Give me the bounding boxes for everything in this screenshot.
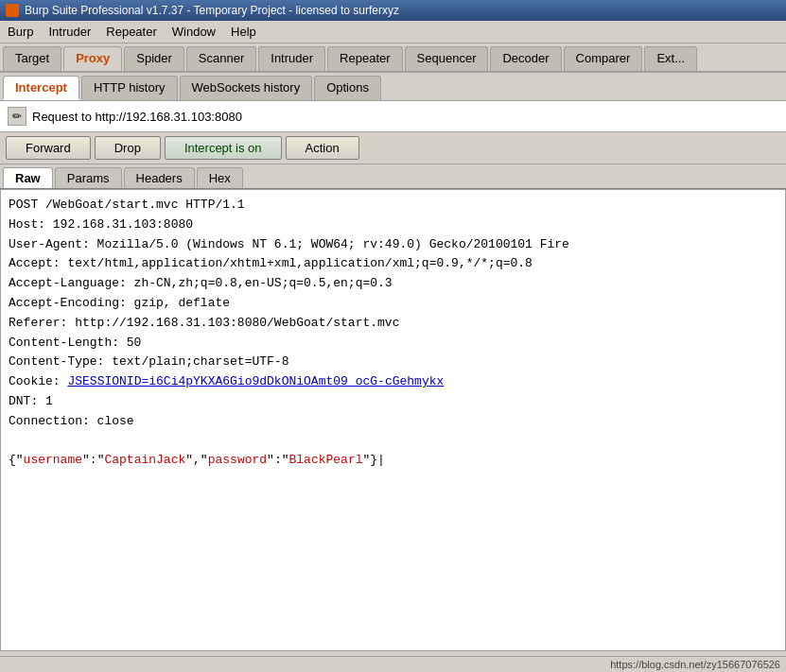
tab-sequencer[interactable]: Sequencer <box>405 46 489 71</box>
status-text: https://blog.csdn.net/zy15667076526 <box>610 659 780 670</box>
http-line-4: Accept: text/html,application/xhtml+xml,… <box>9 254 777 274</box>
forward-button[interactable]: Forward <box>6 136 91 160</box>
intercept-toggle-button[interactable]: Intercept is on <box>165 136 282 160</box>
http-line-2: Host: 192.168.31.103:8080 <box>9 215 777 235</box>
tab-spider[interactable]: Spider <box>124 46 184 71</box>
tab-proxy[interactable]: Proxy <box>63 46 122 71</box>
request-info-bar: ✏ Request to http://192.168.31.103:8080 <box>0 101 786 132</box>
tab-target[interactable]: Target <box>3 46 61 71</box>
json-val2: BlackPearl <box>289 453 363 467</box>
drop-button[interactable]: Drop <box>95 136 161 160</box>
content-tabs: Raw Params Headers Hex <box>0 164 786 189</box>
tab-ext[interactable]: Ext... <box>644 46 697 71</box>
subtab-http-history[interactable]: HTTP history <box>81 76 178 100</box>
json-val1: CaptainJack <box>104 453 185 467</box>
status-bar: https://blog.csdn.net/zy15667076526 <box>0 656 786 672</box>
http-line-8: Content-Length: 50 <box>9 334 777 353</box>
menu-repeater[interactable]: Repeater <box>98 23 164 41</box>
http-line-1: POST /WebGoat/start.mvc HTTP/1.1 <box>9 196 777 215</box>
pencil-icon: ✏ <box>8 107 26 126</box>
http-line-9: Content-Type: text/plain;charset=UTF-8 <box>9 353 777 372</box>
request-info-text: Request to http://192.168.31.103:8080 <box>32 110 242 124</box>
json-sep2: "," <box>185 453 207 467</box>
subtab-websockets-history[interactable]: WebSockets history <box>180 76 313 100</box>
json-brace-close: "}| <box>363 453 385 467</box>
http-content-area[interactable]: POST /WebGoat/start.mvc HTTP/1.1 Host: 1… <box>0 189 786 651</box>
menu-intruder[interactable]: Intruder <box>41 23 98 41</box>
action-bar: Forward Drop Intercept is on Action <box>0 132 786 164</box>
tab-scanner[interactable]: Scanner <box>186 46 256 71</box>
json-key2: password <box>208 453 267 467</box>
tab-decoder[interactable]: Decoder <box>490 46 561 71</box>
title-bar: Burp Suite Professional v1.7.37 - Tempor… <box>0 0 786 21</box>
title-text: Burp Suite Professional v1.7.37 - Tempor… <box>25 4 399 17</box>
subtab-intercept[interactable]: Intercept <box>3 76 79 100</box>
menu-bar: Burp Intruder Repeater Window Help <box>0 21 786 43</box>
cookie-prefix: Cookie: <box>9 374 67 388</box>
tab-repeater[interactable]: Repeater <box>327 46 402 71</box>
action-button[interactable]: Action <box>286 136 359 160</box>
contenttab-raw[interactable]: Raw <box>3 167 53 188</box>
menu-burp[interactable]: Burp <box>0 23 41 41</box>
cookie-link[interactable]: JSESSIONID=i6Ci4pYKXA6Gio9dDkONiOAmt09_o… <box>67 374 444 388</box>
app-icon <box>6 4 19 17</box>
json-sep1: ":" <box>82 453 104 467</box>
pencil-glyph: ✏ <box>12 110 22 123</box>
contenttab-headers[interactable]: Headers <box>124 167 195 188</box>
sub-tabs: Intercept HTTP history WebSockets histor… <box>0 73 786 101</box>
http-line-cookie: Cookie: JSESSIONID=i6Ci4pYKXA6Gio9dDkONi… <box>9 372 777 392</box>
http-line-empty <box>9 432 777 452</box>
http-line-3: User-Agent: Mozilla/5.0 (Windows NT 6.1;… <box>9 235 777 255</box>
http-line-7: Referer: http://192.168.31.103:8080/WebG… <box>9 314 777 334</box>
contenttab-params[interactable]: Params <box>55 167 122 188</box>
menu-window[interactable]: Window <box>165 23 223 41</box>
tab-intruder[interactable]: Intruder <box>258 46 325 71</box>
http-line-5: Accept-Language: zh-CN,zh;q=0.8,en-US;q=… <box>9 274 777 294</box>
menu-help[interactable]: Help <box>223 23 264 41</box>
http-line-10: DNT: 1 <box>9 392 777 412</box>
main-tabs: Target Proxy Spider Scanner Intruder Rep… <box>0 43 786 73</box>
json-key1: username <box>24 453 82 467</box>
contenttab-hex[interactable]: Hex <box>197 167 243 188</box>
http-line-11: Connection: close <box>9 412 777 432</box>
http-line-json: {"username":"CaptainJack","password":"Bl… <box>9 451 777 471</box>
http-line-6: Accept-Encoding: gzip, deflate <box>9 294 777 314</box>
json-brace-open: {" <box>9 453 24 467</box>
tab-comparer[interactable]: Comparer <box>564 46 643 71</box>
subtab-options[interactable]: Options <box>314 76 381 100</box>
json-sep3: ":" <box>267 453 288 467</box>
